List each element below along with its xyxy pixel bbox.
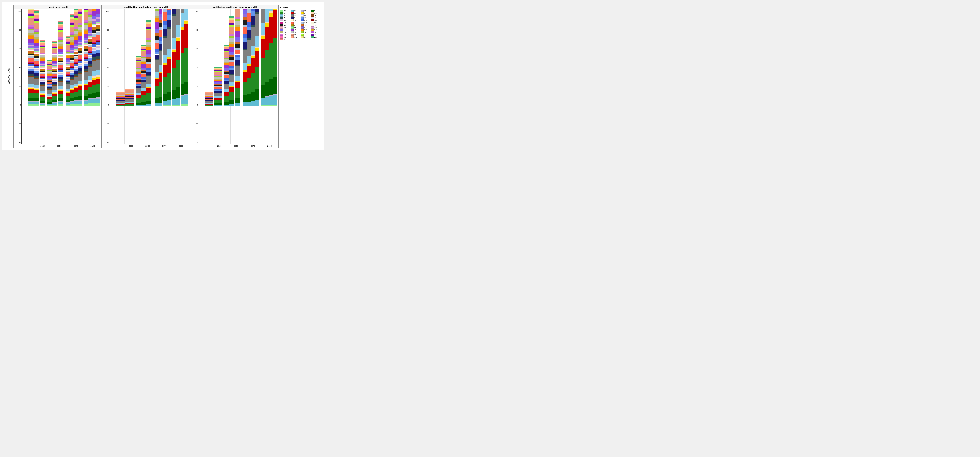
bar-segment-ut [28,16,33,18]
bar-segment-al [163,101,167,105]
legend-label-ga: GA [294,14,297,17]
bar-segment-ia [34,78,39,79]
bar-segment-in [243,38,247,42]
bar-segment-sd [40,54,45,54]
legend-item-ga: GA [291,14,300,17]
bar-segment-or [146,45,151,47]
bar-segment-ak [88,103,92,106]
bar-segment-nc [146,57,151,59]
bar-segment-mt [28,53,33,54]
legend-color-ks [311,17,314,19]
bar-segment-ok [58,46,63,47]
bar-segment-wa [116,92,125,93]
bar-segment-ut [136,61,141,62]
bar-segment-de [181,27,184,27]
legend-label-il: IL [294,17,296,19]
legend-color-sc [301,31,304,33]
legend-color-de [311,12,314,14]
bar-segment-ca [167,73,170,92]
bar-segment-me [34,64,39,65]
bar-segment-la [75,66,78,67]
bar-segment-ct [261,36,265,39]
legend-item-nh: NH [291,26,300,29]
bar-segment-mi [96,35,100,40]
bar-segment-fl [255,36,259,47]
bar-segment-ga [67,84,70,89]
bar-segment-ak [265,105,269,106]
bar-segment-ga [261,10,265,23]
bar-segment-ar [40,103,45,103]
bar-segment-co [52,94,57,96]
bar-segment-de [70,88,74,89]
bar-segment-nh [58,56,63,56]
legend-item-or: OR [280,31,290,33]
bar-segment-nv [92,16,96,19]
bar-segment-va [47,64,52,65]
bar-segment-wi [141,46,146,47]
bar-segment-va [52,47,57,48]
bar-segment-mt [75,54,78,54]
legend-color-ct [301,12,304,14]
bar-segment-ct [52,93,57,94]
bar-segment-tx [116,93,125,95]
legend-label-md: MD [314,19,317,21]
bar-segment-fl [185,10,188,20]
bar-segment-me [88,51,92,52]
bar-segment-oh [214,79,222,81]
legend-item-id: ID [280,17,290,19]
bar-segment-wv [141,45,146,46]
bar-segment-vt [34,18,39,19]
bar-segment-al [88,99,92,103]
bar-segment-wi [40,42,45,43]
bar-segment-mn [67,71,70,72]
bar-segment-wy [70,14,74,15]
bar-segment-tx [224,52,229,57]
legend-color-wi [301,36,304,38]
bar-segment-tn [214,75,222,76]
bar-segment-ut [214,71,222,72]
bar-segment-co [251,58,255,73]
legend-item-ia: IA [311,14,321,17]
legend-label-de: DE [314,12,317,14]
bar-segment-nj [159,17,162,20]
bar-segment-tn [229,34,234,36]
bar-segment-de [52,92,57,93]
bar-segment-ut [67,44,70,45]
bar-segment-fl [52,90,57,92]
bar-segment-or [58,44,63,46]
bar-segment-sc [70,35,74,37]
legend-color-vt [280,36,283,38]
bar-segment-ne [40,67,45,68]
bar-segment-ct [243,70,247,72]
bar-segment-al [58,102,63,104]
bar-segment-or [34,37,39,39]
legend-color-ny [291,29,294,31]
bar-segment-ks [78,65,82,66]
bar-segment-sc [58,40,63,42]
bar-segment-wy [58,21,63,22]
bar-segment-nc [159,20,162,23]
bar-segment-az [52,100,57,102]
bar-segment-ar [70,101,74,102]
bar-segment-ny [70,45,74,48]
bar-segment-co [58,91,63,94]
bar-segment-nc [52,69,57,70]
bar-segment-az [96,92,100,97]
bar-segment-il [235,60,240,65]
bar-segment-az [181,84,184,95]
bar-segment-ca [146,93,151,101]
bar-segment-or [214,79,222,79]
bar-segment-nd [28,50,33,51]
legend-color-al [291,10,294,12]
bar-segment-ne [67,65,70,66]
bar-segment-co [181,30,184,53]
legend-color-tx [291,33,294,36]
bar-segment-mn [70,61,74,63]
bar-segment-sc [141,57,146,58]
panel-2: rcp45hotter_ssp3_allow_new_nuc_diff 100 … [102,5,190,148]
bar-segment-wi [136,57,141,58]
bar-segment-az [136,103,141,105]
bar-segment-ct [155,78,159,79]
bar-segment-oh [155,18,159,22]
bar-segment-ga [205,101,213,103]
